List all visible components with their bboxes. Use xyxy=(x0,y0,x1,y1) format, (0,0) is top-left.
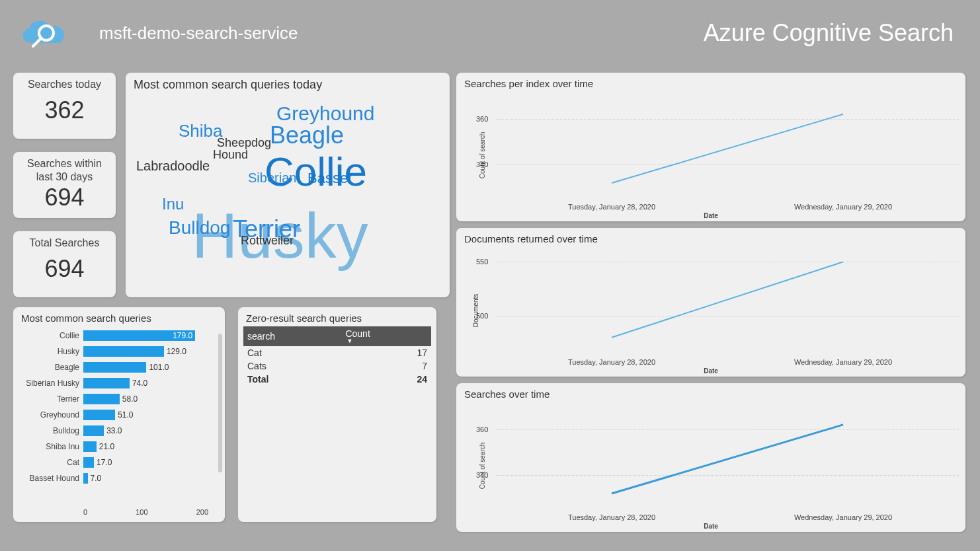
bar-value: 179.0 xyxy=(173,330,192,341)
chart-title: Searches per index over time xyxy=(456,73,965,89)
y-tick: 360 xyxy=(476,425,488,433)
axis-tick: 0 xyxy=(83,508,87,516)
documents-returned-card[interactable]: Documents returned over timeDocuments500… xyxy=(456,228,965,377)
bar-row: Husky129.0 xyxy=(19,344,208,359)
bar-chart: Collie179.0Husky129.0Beagle101.0Siberian… xyxy=(13,324,225,519)
col-search[interactable]: search xyxy=(243,326,341,346)
bar-fill[interactable] xyxy=(83,378,130,388)
y-tick: 340 xyxy=(476,471,488,479)
bar-axis: 0100200 xyxy=(83,507,208,516)
common-queries-card[interactable]: Most common search queries Collie179.0Hu… xyxy=(13,307,225,522)
bar-value: 51.0 xyxy=(118,410,133,420)
axis-tick: 100 xyxy=(136,508,147,516)
y-tick: 550 xyxy=(476,258,488,266)
kpi-searches-today[interactable]: Searches today 362 xyxy=(13,73,116,139)
y-axis-label: Count of search xyxy=(479,131,486,178)
bar-row: Greyhound51.0 xyxy=(19,407,208,423)
bar-row: Bulldog33.0 xyxy=(19,423,208,439)
bar-row: Shiba Inu21.0 xyxy=(19,439,208,455)
bar-label: Shiba Inu xyxy=(19,442,83,451)
wordcloud-word: Sheepdog xyxy=(217,137,271,149)
kpi-total-searches[interactable]: Total Searches 694 xyxy=(13,231,116,297)
wordcloud-word: Rottweiler xyxy=(241,235,294,246)
bar-row: Siberian Husky74.0 xyxy=(19,375,208,391)
bar-fill[interactable] xyxy=(83,441,97,452)
x-tick: Wednesday, January 29, 2020 xyxy=(790,358,896,367)
wordcloud-canvas: HuskyCollieBeagleGreyhoundTerrierShibaBu… xyxy=(126,92,450,297)
bar-row: Terrier58.0 xyxy=(19,391,208,407)
plot-area: 340360Tuesday, January 28, 2020Wednesday… xyxy=(496,406,959,498)
searches-per-index-card[interactable]: Searches per index over timeCount of sea… xyxy=(456,73,965,221)
wordcloud-card[interactable]: Most common search queries today HuskyCo… xyxy=(126,73,450,297)
table-row[interactable]: Cats7 xyxy=(243,359,431,373)
plot-area: 340360Tuesday, January 28, 2020Wednesday… xyxy=(496,96,959,188)
wordcloud-word: Hound xyxy=(213,149,248,161)
dashboard: Searches today 362 Searches within last … xyxy=(0,66,980,551)
line-chart: Count of search340360Tuesday, January 28… xyxy=(456,400,965,531)
bar-label: Greyhound xyxy=(19,410,83,420)
service-name: msft-demo-search-service xyxy=(99,23,298,44)
kpi-searches-30days[interactable]: Searches within last 30 days 694 xyxy=(13,152,116,218)
bar-fill[interactable] xyxy=(83,394,120,404)
wordcloud-word: Labradoodle xyxy=(136,159,210,172)
x-tick: Tuesday, January 28, 2020 xyxy=(559,513,665,522)
x-tick: Wednesday, January 29, 2020 xyxy=(790,513,896,522)
wordcloud-word: Bulldog xyxy=(169,219,230,237)
wordcloud-word: Siberian xyxy=(248,171,296,184)
kpi-value: 694 xyxy=(13,250,116,287)
col-count[interactable]: Count ▼ xyxy=(341,326,431,346)
bar-value: 21.0 xyxy=(99,441,114,452)
wordcloud-word: Shiba xyxy=(179,122,223,139)
bar-value: 74.0 xyxy=(132,378,147,388)
bar-fill[interactable] xyxy=(83,346,164,357)
bar-label: Collie xyxy=(19,331,83,340)
bar-value: 58.0 xyxy=(122,394,138,404)
table-total-row: Total24 xyxy=(243,373,431,386)
wordcloud-word: Greyhound xyxy=(276,104,374,124)
searches-over-time-card[interactable]: Searches over timeCount of search340360T… xyxy=(456,383,965,532)
wordcloud-word: Inu xyxy=(162,196,184,212)
zero-results-table: search Count ▼ Cat17Cats7Total24 xyxy=(243,326,431,386)
bar-label: Beagle xyxy=(19,363,83,372)
bar-value: 101.0 xyxy=(149,362,169,373)
bar-value: 129.0 xyxy=(167,346,186,357)
bar-fill[interactable] xyxy=(83,473,88,484)
bar-fill[interactable] xyxy=(83,410,115,420)
wordcloud-word: Basset xyxy=(307,171,352,186)
bar-fill[interactable] xyxy=(83,457,94,468)
kpi-label: Searches today xyxy=(13,73,116,91)
bar-label: Siberian Husky xyxy=(19,379,83,388)
bar-label: Terrier xyxy=(19,394,83,404)
kpi-label: Searches within last 30 days xyxy=(13,152,116,184)
bar-row: Collie179.0 xyxy=(19,328,208,344)
bar-fill[interactable] xyxy=(83,425,104,436)
zero-results-title: Zero-result search queries xyxy=(238,307,436,324)
plot-area: 500550Tuesday, January 28, 2020Wednesday… xyxy=(496,251,959,343)
azure-search-logo xyxy=(13,10,79,56)
axis-tick: 200 xyxy=(196,508,208,516)
wordcloud-word: Beagle xyxy=(270,124,344,147)
bar-label: Basset Hound xyxy=(19,474,83,483)
chart-title: Searches over time xyxy=(456,383,965,400)
table-row[interactable]: Cat17 xyxy=(243,346,431,359)
bar-row: Beagle101.0 xyxy=(19,359,208,375)
y-tick: 340 xyxy=(476,161,488,168)
bar-label: Bulldog xyxy=(19,426,83,435)
y-tick: 360 xyxy=(476,115,488,123)
header: msft-demo-search-service Azure Cognitive… xyxy=(0,0,980,66)
line-chart: Count of search340360Tuesday, January 28… xyxy=(456,89,965,221)
line-chart: Documents500550Tuesday, January 28, 2020… xyxy=(456,244,965,376)
y-axis-label: Documents xyxy=(472,293,479,327)
kpi-value: 362 xyxy=(13,91,116,128)
x-axis-label: Date xyxy=(704,367,718,375)
bar-label: Husky xyxy=(19,347,83,356)
kpi-value: 694 xyxy=(13,184,116,215)
scrollbar-thumb[interactable] xyxy=(218,334,222,472)
bar-label: Cat xyxy=(19,458,83,467)
common-queries-title: Most common search queries xyxy=(13,307,225,324)
zero-results-card[interactable]: Zero-result search queries search Count … xyxy=(238,307,436,522)
y-tick: 500 xyxy=(476,312,488,320)
bar-value: 17.0 xyxy=(97,457,112,468)
bar-fill[interactable] xyxy=(83,362,146,373)
x-axis-label: Date xyxy=(704,523,718,530)
